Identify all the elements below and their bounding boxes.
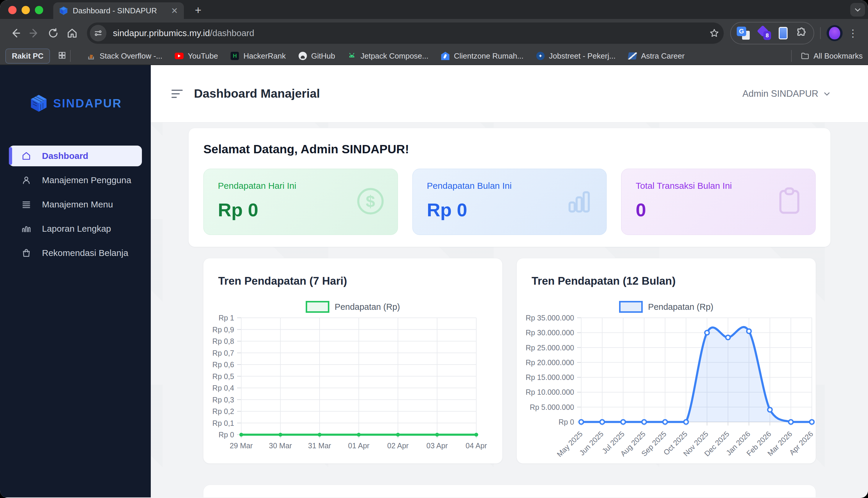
stackoverflow-icon [86,52,95,60]
legend-label: Pendapatan (Rp) [648,302,714,312]
notes-extension-icon[interactable] [779,27,788,39]
sidebar-item-label: Manajemen Menu [42,199,113,210]
bookmark-item[interactable]: Stack Overflow -... [86,52,162,61]
sidebar: SINDAPUR Dashboard Manajemen Pengguna Ma… [0,65,151,497]
tab-search-button[interactable] [850,3,865,16]
active-accent-bar [9,147,12,165]
svg-text:$: $ [366,192,375,211]
extensions-puzzle-icon[interactable] [795,27,808,39]
legend-swatch [619,301,643,313]
home-button[interactable] [64,25,80,41]
svg-text:Rp 0,6: Rp 0,6 [212,361,234,369]
sidebar-item-label: Laporan Lengkap [42,224,111,234]
chevron-down-icon [854,6,862,14]
stat-card-pendapatan-bulan-ini: Pendapatan Bulan Ini Rp 0 [412,169,607,235]
android-icon [348,52,356,60]
svg-text:Rp 0,4: Rp 0,4 [212,384,234,392]
reload-button[interactable] [45,25,62,41]
bookmark-item[interactable]: Astra Career [628,52,684,61]
bookmark-item[interactable]: Clientzone Rumah... [441,52,524,61]
bookmark-item[interactable]: YouTube [175,52,218,61]
profile-dropdown[interactable]: Admin SINDAPUR [742,89,831,99]
sidebar-item-manajemen-pengguna[interactable]: Manajemen Pengguna [9,170,142,191]
svg-text:Rp 25.000.000: Rp 25.000.000 [526,343,574,352]
back-icon [13,29,19,37]
site-settings-button[interactable] [90,25,106,41]
device-chip[interactable]: Rakit PC [5,49,50,64]
bookmark-item[interactable]: ✦ Jobstreet - Pekerj... [536,52,615,61]
all-bookmarks-button[interactable]: All Bookmarks [801,52,863,61]
extension-8-icon[interactable]: 8 [757,26,771,40]
minimize-window-button[interactable] [22,6,30,14]
svg-text:Rp 35.000.000: Rp 35.000.000 [526,314,574,322]
bar-chart-icon [564,186,595,218]
svg-text:01 Apr: 01 Apr [348,442,369,450]
dollar-coin-icon: $ [355,186,386,218]
tab-close-icon[interactable]: ✕ [171,6,178,16]
svg-text:Rp 0,5: Rp 0,5 [212,372,234,381]
chevron-down-icon [823,90,831,97]
menu-lines-icon [21,199,31,210]
bookmark-item[interactable]: GitHub [298,52,335,61]
youtube-icon [175,52,184,60]
sidebar-item-label: Dashboard [42,151,89,161]
profile-avatar[interactable] [827,25,843,41]
sidebar-nav: Dashboard Manajemen Pengguna Manajemen M… [0,146,151,263]
bookmarks-divider [70,50,71,62]
brand-name: SINDAPUR [53,97,122,110]
sidebar-toggle-button[interactable] [172,89,183,99]
flag-icon [628,52,637,60]
url-text: sindapur.pribumics.my.id/dashboard [113,28,709,38]
svg-text:Rp 0,2: Rp 0,2 [212,407,234,416]
back-button[interactable] [7,25,24,41]
bar-chart-icon [21,224,31,234]
line-chart-7-hari: Rp 1Rp 0,9Rp 0,8Rp 0,7Rp 0,6Rp 0,5Rp 0,4… [203,313,503,455]
sidebar-item-manajemen-menu[interactable]: Manajemen Menu [9,194,142,215]
svg-text:Rp 30.000.000: Rp 30.000.000 [526,328,574,337]
bookmarks-divider [791,50,792,62]
profile-label: Admin SINDAPUR [742,89,818,99]
sidebar-item-dashboard[interactable]: Dashboard [9,146,142,166]
chart-title: Tren Pendapatan (7 Hari) [218,275,488,287]
page-title: Dashboard Manajerial [194,87,320,101]
welcome-card: Selamat Datang, Admin SINDAPUR! Pendapat… [188,128,831,247]
svg-text:Rp 0,3: Rp 0,3 [212,396,234,404]
svg-text:Rp 20.000.000: Rp 20.000.000 [526,358,574,367]
translate-extension-icon[interactable]: G [737,27,750,40]
zoom-window-button[interactable] [35,6,43,14]
close-window-button[interactable] [8,6,16,14]
svg-text:Rp 0: Rp 0 [558,418,574,426]
jobstreet-icon: ✦ [536,52,545,60]
svg-text:Rp 0,1: Rp 0,1 [212,419,234,427]
legend-swatch [306,301,329,313]
home-icon [68,29,76,37]
forward-button[interactable] [26,25,43,41]
chart-legend: Pendapatan (Rp) [531,301,801,313]
forward-icon [30,29,37,37]
sindapur-favicon [59,6,68,15]
chart-card-12-bulan: Tren Pendapatan (12 Bulan) Pendapatan (R… [516,258,816,464]
hackerrank-icon: H [230,52,239,60]
github-icon [298,52,307,60]
chart-title: Tren Pendapatan (12 Bulan) [531,275,801,287]
address-bar[interactable]: sindapur.pribumics.my.id/dashboard [87,23,724,44]
clipboard-icon [775,186,803,218]
reload-icon [49,29,57,37]
browser-tab[interactable]: Dashboard - SINDAPUR ✕ [53,2,184,19]
bookmarks-bar: Rakit PC Stack Overflow -... YouTube H H… [0,47,868,65]
sidebar-item-laporan-lengkap[interactable]: Laporan Lengkap [9,218,142,239]
svg-text:Rp 15.000.000: Rp 15.000.000 [526,373,574,381]
browser-window: Dashboard - SINDAPUR ✕ + sindapur.pribum… [0,0,868,498]
bookmark-item[interactable]: Jetpack Compose... [348,52,429,61]
user-icon [21,175,31,185]
line-chart-12-bulan: Rp 35.000.000Rp 30.000.000Rp 25.000.000R… [517,313,816,461]
bookmark-star-icon[interactable] [709,28,720,38]
folder-icon [801,52,810,60]
browser-menu-button[interactable]: ⋮ [845,27,861,39]
stat-card-total-transaksi: Total Transaksi Bulan Ini 0 [621,169,816,235]
new-tab-button[interactable]: + [192,3,205,16]
bookmark-item[interactable]: H HackerRank [230,52,286,61]
svg-text:Rp 0,7: Rp 0,7 [212,349,234,357]
sidebar-item-rekomendasi-belanja[interactable]: Rekomendasi Belanja [9,243,142,263]
apps-grid-icon[interactable] [58,51,67,61]
